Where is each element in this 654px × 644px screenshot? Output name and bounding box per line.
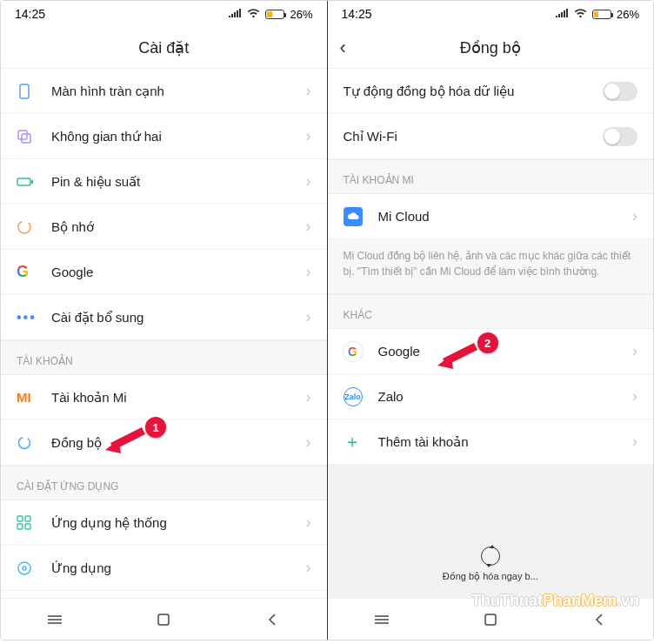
- svg-rect-20: [485, 614, 496, 625]
- sync-icon: [17, 433, 41, 453]
- row-fullscreen-display[interactable]: Màn hình tràn cạnh ›: [1, 69, 327, 114]
- svg-rect-3: [17, 178, 30, 185]
- app-circle-icon: [17, 559, 41, 578]
- svg-rect-1: [18, 131, 27, 139]
- battery-icon: [265, 10, 284, 19]
- nav-recent-button[interactable]: [44, 609, 65, 630]
- row-mi-cloud[interactable]: Mi Cloud ›: [328, 194, 654, 239]
- chevron-right-icon: ›: [306, 82, 311, 100]
- chevron-right-icon: ›: [306, 308, 311, 326]
- svg-point-12: [23, 567, 26, 570]
- nav-back-button[interactable]: [262, 609, 283, 630]
- wifi-icon: [574, 8, 587, 21]
- battery-icon: [592, 10, 611, 19]
- chevron-right-icon: ›: [306, 172, 311, 191]
- empty-area: Đồng bộ hóa ngay b...: [328, 465, 654, 598]
- status-bar: 14:25 26%: [328, 1, 654, 27]
- chevron-right-icon: ›: [306, 127, 311, 145]
- phone-outline-icon: [17, 82, 41, 101]
- annotation-badge-2: 2: [477, 332, 498, 353]
- watermark: ThuThuatPhanMem.vn: [471, 592, 639, 610]
- page-title-right: ‹ Đồng bộ: [328, 27, 654, 69]
- nav-recent-button[interactable]: [371, 609, 392, 630]
- section-other: KHÁC: [328, 294, 654, 329]
- annotation-badge-1: 1: [145, 417, 166, 438]
- google-logo-icon: G: [344, 342, 368, 361]
- right-screenshot: 14:25 26% ‹ Đồng bộ Tự động đồng bộ hóa …: [328, 1, 654, 640]
- status-bar: 14:25 26%: [1, 1, 327, 27]
- row-additional-settings[interactable]: ••• Cài đặt bổ sung ›: [1, 295, 327, 340]
- svg-point-11: [18, 562, 30, 574]
- row-apps[interactable]: Ứng dụng ›: [1, 546, 327, 591]
- row-add-account[interactable]: ＋ Thêm tài khoản ›: [328, 419, 654, 465]
- plus-icon: ＋: [344, 433, 368, 452]
- mi-cloud-hint: Mi Cloud đồng bộ liên hệ, ảnh và các mục…: [328, 239, 654, 294]
- row-battery-perf[interactable]: Pin & hiệu suất ›: [1, 159, 327, 205]
- battery-icon: [17, 172, 41, 191]
- row-dual-apps[interactable]: Ứng dụng kép ›: [1, 591, 327, 598]
- storage-icon: [17, 218, 41, 237]
- nav-home-button[interactable]: [480, 609, 501, 630]
- chevron-right-icon: ›: [306, 433, 311, 452]
- row-system-apps[interactable]: Ứng dụng hệ thống ›: [1, 500, 327, 546]
- row-google[interactable]: G Google ›: [1, 250, 327, 295]
- battery-pct: 26%: [617, 8, 639, 21]
- row-storage[interactable]: Bộ nhớ ›: [1, 205, 327, 250]
- row-zalo-account[interactable]: Zalo Zalo ›: [328, 374, 654, 419]
- chevron-right-icon: ›: [632, 433, 637, 451]
- back-button[interactable]: ‹: [340, 27, 346, 68]
- svg-point-5: [18, 221, 30, 233]
- svg-rect-2: [22, 134, 30, 143]
- grid-icon: [17, 513, 41, 533]
- svg-rect-4: [31, 180, 33, 184]
- sync-icon: [481, 547, 500, 566]
- svg-rect-16: [158, 614, 169, 625]
- signal-icon: [229, 8, 242, 21]
- chevron-right-icon: ›: [306, 263, 311, 281]
- wifi-icon: [247, 8, 260, 21]
- section-account: TÀI KHOẢN: [1, 340, 327, 375]
- chevron-right-icon: ›: [306, 559, 311, 577]
- toggle-auto-sync[interactable]: [603, 82, 637, 101]
- left-screenshot: 14:25 26% Cài đặt Màn hình tràn cạnh ›: [1, 1, 327, 640]
- nav-back-button[interactable]: [589, 609, 610, 630]
- svg-rect-0: [20, 84, 29, 98]
- row-second-space[interactable]: Không gian thứ hai ›: [1, 114, 327, 159]
- section-mi-account: TÀI KHOẢN MI: [328, 159, 654, 194]
- svg-point-6: [19, 437, 30, 448]
- zalo-logo-icon: Zalo: [344, 387, 368, 406]
- mi-cloud-icon: [344, 207, 368, 226]
- signal-icon: [556, 8, 569, 21]
- svg-rect-10: [25, 524, 30, 529]
- chevron-right-icon: ›: [306, 388, 311, 406]
- svg-rect-8: [25, 516, 30, 521]
- section-app-settings: CÀI ĐẶT ỨNG DỤNG: [1, 466, 327, 500]
- copy-icon: [17, 127, 41, 146]
- chevron-right-icon: ›: [632, 387, 637, 406]
- svg-rect-7: [17, 516, 23, 521]
- row-wifi-only[interactable]: Chỉ Wi-Fi: [328, 114, 654, 159]
- chevron-right-icon: ›: [306, 218, 311, 236]
- battery-pct: 26%: [290, 8, 312, 21]
- sync-now-button[interactable]: Đồng bộ hóa ngay b...: [328, 547, 654, 582]
- svg-rect-9: [17, 524, 23, 529]
- toggle-wifi-only[interactable]: [603, 127, 637, 146]
- more-icon: •••: [17, 308, 41, 327]
- status-time: 14:25: [15, 7, 229, 21]
- mi-logo-icon: MI: [17, 388, 41, 407]
- page-title-left: Cài đặt: [1, 27, 327, 69]
- chevron-right-icon: ›: [632, 342, 637, 360]
- chevron-right-icon: ›: [306, 513, 311, 532]
- google-g-icon: G: [17, 263, 41, 282]
- nav-bar: [1, 598, 327, 640]
- row-auto-sync[interactable]: Tự động đồng bộ hóa dữ liệu: [328, 69, 654, 114]
- row-mi-account[interactable]: MI Tài khoản Mi ›: [1, 375, 327, 420]
- chevron-right-icon: ›: [632, 207, 637, 225]
- nav-home-button[interactable]: [153, 609, 174, 630]
- status-time: 14:25: [342, 7, 556, 21]
